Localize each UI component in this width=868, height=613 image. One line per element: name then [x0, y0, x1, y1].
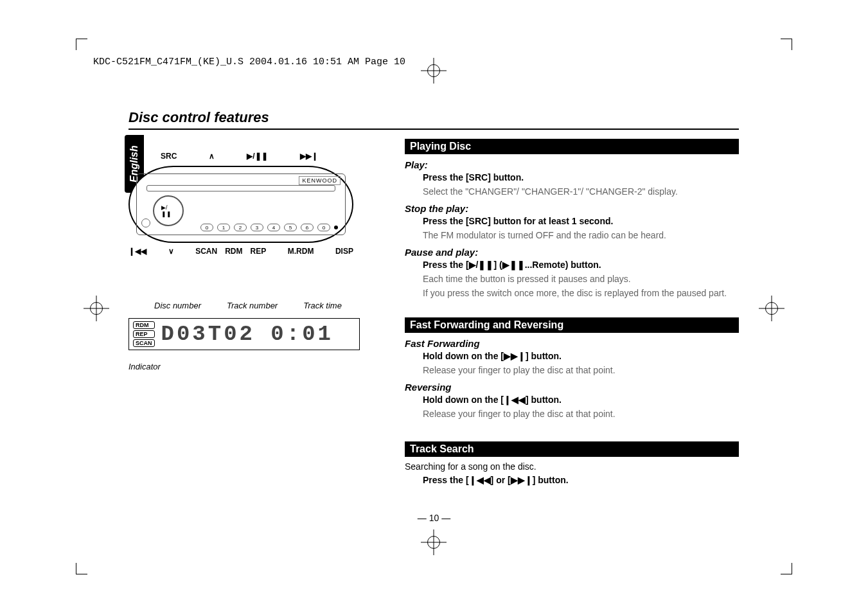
crop-mark	[76, 39, 87, 50]
dot-icon	[334, 226, 338, 229]
heading-playing-disc: Playing Disc	[405, 139, 739, 154]
subhead-fast-fwd: Fast Forwarding	[405, 338, 739, 349]
page-number: — 10 —	[0, 513, 868, 523]
small-button	[141, 218, 150, 227]
lcd-display: RDM REP SCAN D03T02 0:01	[128, 318, 360, 350]
device-bottom-labels: ❙◀◀ ∨ SCAN RDM REP M.RDM DISP	[128, 247, 353, 256]
label-play-pause-icon: ▶/❚❚	[247, 152, 267, 161]
label-down-icon: ∨	[168, 247, 174, 256]
lcd-column-labels: Disc number Track number Track time	[128, 301, 366, 310]
instruction: Searching for a song on the disc.	[405, 461, 739, 474]
label-src: SRC	[161, 152, 177, 161]
registration-mark	[421, 529, 447, 555]
label-mrdm: M.RDM	[288, 247, 314, 256]
device-diagram: KENWOOD ▶/❚❚ 0 1 2 3 4 5 6 0	[128, 166, 353, 243]
label-track-time: Track time	[303, 301, 342, 310]
indicator-rep: REP	[133, 330, 155, 338]
crop-mark	[781, 563, 792, 574]
registration-mark	[84, 296, 109, 321]
heading-track-search: Track Search	[405, 441, 739, 457]
instruction: Release your finger to play the disc at …	[423, 364, 739, 377]
label-next-icon: ▶▶❙	[300, 152, 318, 161]
number-button-row: 0 1 2 3 4 5 6 0	[200, 224, 338, 231]
device-top-labels: SRC ∧ ▶/❚❚ ▶▶❙	[128, 152, 366, 161]
section-title: Disc control features	[128, 109, 739, 126]
instruction: If you press the switch once more, the d…	[423, 287, 739, 300]
subhead-pause: Pause and play:	[405, 247, 739, 258]
label-disp: DISP	[335, 247, 353, 256]
num-button: 1	[217, 224, 230, 231]
label-rdm: RDM	[225, 247, 242, 256]
indicator-callout: Indicator	[128, 362, 366, 371]
num-button: 2	[234, 224, 247, 231]
heading-ff-rev: Fast Forwarding and Reversing	[405, 317, 739, 333]
num-button: 0	[200, 224, 213, 231]
instruction: Hold down on the [❙◀◀] button.	[423, 394, 739, 407]
instruction: Release your finger to play the disc at …	[423, 408, 739, 421]
label-rep: REP	[250, 247, 266, 256]
disc-slot	[146, 185, 335, 191]
instruction: Hold down on the [▶▶❙] button.	[423, 350, 739, 363]
registration-mark	[421, 58, 447, 84]
label-prev-icon: ❙◀◀	[128, 247, 146, 256]
label-disc-number: Disc number	[154, 301, 201, 310]
brand-label: KENWOOD	[299, 176, 341, 185]
num-button: 0	[317, 224, 330, 231]
lcd-text: D03T02 0:01	[161, 322, 333, 346]
instruction: Press the [▶/❚❚] (▶❚❚...Remote) button.	[423, 259, 739, 272]
subhead-reversing: Reversing	[405, 382, 739, 393]
crop-mark	[781, 39, 792, 50]
subhead-stop: Stop the play:	[405, 203, 739, 214]
num-button: 5	[284, 224, 297, 231]
play-pause-icon: ▶/❚❚	[161, 204, 175, 217]
indicator-scan: SCAN	[133, 339, 155, 347]
instruction: Press the [❙◀◀] or [▶▶❙] button.	[423, 474, 739, 487]
num-button: 3	[251, 224, 263, 231]
instruction: Each time the button is pressed it pause…	[423, 273, 739, 286]
control-knob: ▶/❚❚	[153, 195, 184, 226]
label-scan: SCAN	[195, 247, 217, 256]
indicator-rdm: RDM	[133, 321, 155, 329]
instruction: Select the "CHANGER"/ "CHANGER-1"/ "CHAN…	[423, 186, 739, 199]
divider	[128, 129, 739, 130]
subhead-play: Play:	[405, 159, 739, 170]
crop-mark	[76, 563, 87, 574]
label-track-number: Track number	[227, 301, 278, 310]
instruction: Press the [SRC] button.	[423, 172, 739, 184]
instruction: Press the [SRC] button for at least 1 se…	[423, 215, 739, 228]
print-header: KDC-C521FM_C471FM_(KE)_U.S 2004.01.16 10…	[93, 57, 405, 67]
instruction: The FM modulator is turned OFF and the r…	[423, 229, 739, 242]
num-button: 6	[301, 224, 314, 231]
registration-mark	[759, 296, 784, 321]
num-button: 4	[267, 224, 280, 231]
label-up-icon: ∧	[209, 152, 215, 161]
